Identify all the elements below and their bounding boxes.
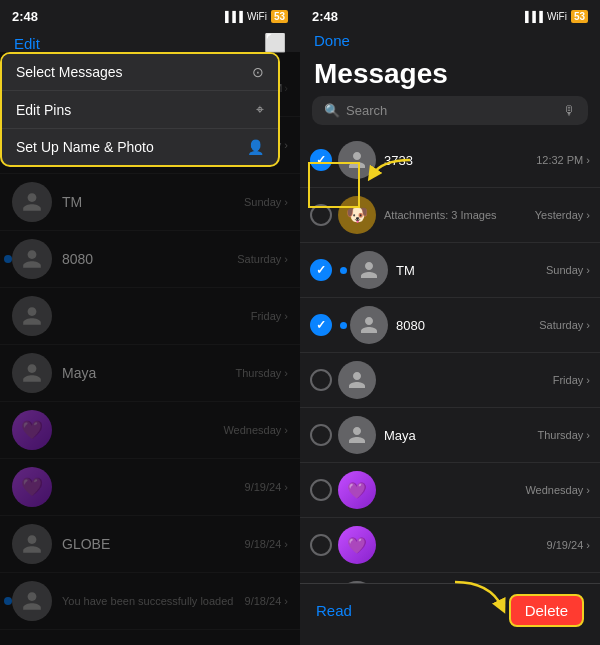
message-content: Attachments: 3 Images (384, 209, 531, 221)
list-item[interactable]: TM Sunday › (300, 243, 600, 298)
message-content: 8080 (396, 318, 535, 333)
select-circle[interactable] (310, 424, 332, 446)
signal-icon: ▐▐▐ (522, 11, 543, 22)
left-panel: 2:48 ▐▐▐ WiFi 53 Edit ⬜ Select Messages … (0, 0, 300, 645)
avatar (338, 416, 376, 454)
unread-dot (340, 267, 347, 274)
right-status-icons: ▐▐▐ WiFi 53 (522, 10, 588, 23)
avatar (350, 251, 388, 289)
dropdown-setup-name[interactable]: Set Up Name & Photo 👤 (2, 129, 278, 165)
list-item[interactable]: 💜 Wednesday › (300, 463, 600, 518)
select-messages-icon: ⊙ (252, 64, 264, 80)
message-time: 9/19/24 › (547, 539, 590, 551)
message-content: TM (396, 263, 542, 278)
select-circle[interactable] (310, 534, 332, 556)
left-status-bar: 2:48 ▐▐▐ WiFi 53 (0, 0, 300, 28)
message-preview: Attachments: 3 Images (384, 209, 531, 221)
message-name: TM (396, 263, 542, 278)
dropdown-select-messages[interactable]: Select Messages ⊙ (2, 54, 278, 91)
list-item[interactable]: 3733 12:32 PM › (300, 133, 600, 188)
select-circle[interactable] (310, 314, 332, 336)
list-item[interactable]: Maya Thursday › (300, 408, 600, 463)
edit-pins-label: Edit Pins (16, 102, 71, 118)
message-time: Sunday › (546, 264, 590, 276)
right-panel: 2:48 ▐▐▐ WiFi 53 Done Messages 🔍 Search … (300, 0, 600, 645)
right-header: Done (300, 28, 600, 56)
left-time: 2:48 (12, 9, 38, 24)
avatar: 💜 (338, 526, 376, 564)
avatar: 💜 (338, 471, 376, 509)
unread-dot (340, 322, 347, 329)
avatar (350, 306, 388, 344)
avatar: 🐶 (338, 196, 376, 234)
message-time: Saturday › (539, 319, 590, 331)
message-time: Friday › (553, 374, 590, 386)
select-messages-label: Select Messages (16, 64, 123, 80)
done-button[interactable]: Done (314, 32, 350, 49)
message-name: 3733 (384, 153, 532, 168)
list-item[interactable]: 8080 Saturday › (300, 298, 600, 353)
dropdown-menu: Select Messages ⊙ Edit Pins ⌖ Set Up Nam… (0, 52, 280, 167)
left-status-icons: ▐▐▐ WiFi 53 (222, 10, 288, 23)
avatar (338, 361, 376, 399)
right-time: 2:48 (312, 9, 338, 24)
delete-button[interactable]: Delete (509, 594, 584, 627)
signal-icon: ▐▐▐ (222, 11, 243, 22)
message-time: Yesterday › (535, 209, 590, 221)
setup-name-label: Set Up Name & Photo (16, 139, 154, 155)
battery-badge: 53 (271, 10, 288, 23)
read-button[interactable]: Read (316, 602, 352, 619)
select-circle[interactable] (310, 204, 332, 226)
list-item[interactable]: 💜 9/19/24 › (300, 518, 600, 573)
message-content: Maya (384, 428, 533, 443)
edit-pins-icon: ⌖ (256, 101, 264, 118)
search-placeholder: Search (346, 103, 557, 118)
right-status-bar: 2:48 ▐▐▐ WiFi 53 (300, 0, 600, 28)
select-circle[interactable] (310, 149, 332, 171)
select-circle[interactable] (310, 259, 332, 281)
list-item[interactable]: Friday › (300, 353, 600, 408)
compose-icon[interactable]: ⬜ (264, 32, 286, 54)
message-content: 3733 (384, 153, 532, 168)
mic-icon: 🎙 (563, 103, 576, 118)
wifi-icon: WiFi (547, 11, 567, 22)
select-circle[interactable] (310, 479, 332, 501)
message-time: Wednesday › (525, 484, 590, 496)
battery-badge: 53 (571, 10, 588, 23)
dropdown-edit-pins[interactable]: Edit Pins ⌖ (2, 91, 278, 129)
message-time: 12:32 PM › (536, 154, 590, 166)
message-time: Thursday › (537, 429, 590, 441)
avatar (338, 141, 376, 179)
select-circle[interactable] (310, 369, 332, 391)
list-item[interactable]: 🐶 Attachments: 3 Images Yesterday › (300, 188, 600, 243)
search-icon: 🔍 (324, 103, 340, 118)
edit-button[interactable]: Edit (14, 35, 40, 52)
message-name: 8080 (396, 318, 535, 333)
message-name: Maya (384, 428, 533, 443)
page-title: Messages (300, 56, 600, 96)
setup-name-icon: 👤 (247, 139, 264, 155)
wifi-icon: WiFi (247, 11, 267, 22)
bottom-bar: Read Delete (300, 583, 600, 645)
search-bar[interactable]: 🔍 Search 🎙 (312, 96, 588, 125)
